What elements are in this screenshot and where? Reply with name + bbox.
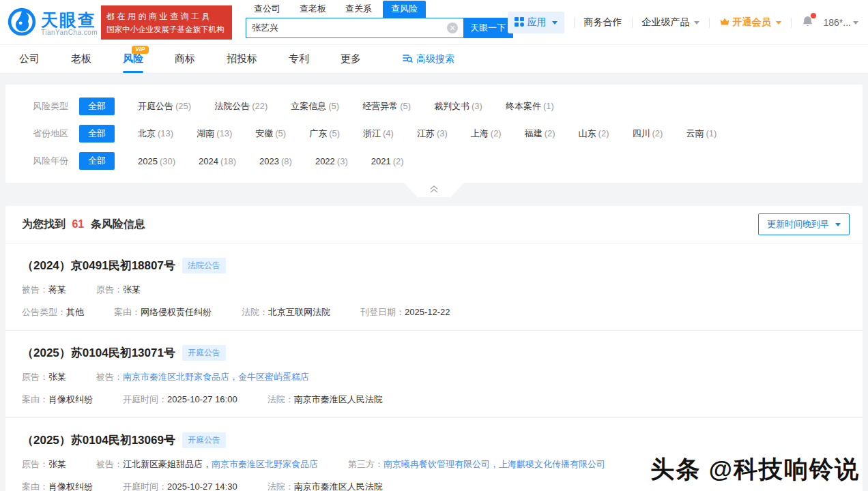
case-number-title[interactable]: （2024）京0491民初18807号	[22, 258, 175, 273]
site-header: 天眼查 TianYanCha.com 都在用的商业查询工具 国家中小企业发展子基…	[0, 0, 868, 45]
advanced-search-label: 高级搜索	[416, 53, 454, 65]
field-value: 网络侵权责任纠纷	[141, 307, 212, 317]
filter-option[interactable]: 山东(2)	[579, 128, 609, 140]
field-label: 原告：	[22, 372, 48, 382]
option-name: 2023	[259, 156, 279, 166]
filter-option[interactable]: 2022(3)	[315, 156, 348, 166]
filter-option[interactable]: 开庭公告(25)	[138, 100, 191, 113]
filter-option[interactable]: 北京(13)	[138, 128, 173, 140]
apps-grid-icon	[515, 17, 524, 29]
main-tabs: 公司老板风险VIP商标招投标专利更多	[11, 45, 384, 73]
advanced-search-button[interactable]: 高级搜索	[402, 45, 454, 73]
card-row: 原告：张某被告：南京市秦淮区北野家食品店，金牛区蜜屿蛋糕店	[22, 371, 846, 383]
field-pair: 案由：肖像权纠纷	[22, 393, 93, 406]
filter-all-chip[interactable]: 全部	[79, 125, 115, 143]
vip-membership-button[interactable]: 开通会员	[719, 16, 781, 29]
search-button[interactable]: 天眼一下	[463, 18, 512, 38]
field-value: 2025-12-22	[405, 307, 450, 317]
option-count: (25)	[175, 101, 191, 111]
case-type-badge: 法院公告	[182, 258, 226, 273]
search-tab[interactable]: 查老板	[291, 1, 334, 18]
main-tab[interactable]: 商标	[167, 45, 203, 73]
field-pair: 案由：肖像权纠纷	[22, 481, 93, 491]
filter-option[interactable]: 立案信息(5)	[291, 100, 339, 113]
filter-option[interactable]: 2025(30)	[138, 156, 175, 166]
logo-text-block: 天眼查 TianYanCha.com	[41, 11, 98, 36]
search-tab[interactable]: 查风险	[383, 1, 426, 18]
filter-option[interactable]: 湖南(13)	[197, 128, 232, 140]
filter-option[interactable]: 四川(2)	[632, 128, 663, 140]
option-count: (1)	[706, 128, 717, 138]
option-count: (18)	[220, 156, 236, 166]
main-tab[interactable]: 招投标	[218, 45, 265, 73]
search-tabs: 查公司查老板查关系查风险	[246, 3, 513, 18]
search-tab[interactable]: 查关系	[337, 1, 380, 18]
filter-option[interactable]: 江苏(3)	[417, 128, 448, 140]
field-label: 法院：	[267, 394, 294, 404]
main-tab[interactable]: 更多	[332, 45, 369, 73]
search-tab[interactable]: 查公司	[246, 1, 289, 18]
option-name: 裁判文书	[434, 101, 469, 111]
filter-row: 省份地区全部北京(13)湖南(13)安徽(5)广东(5)浙江(4)江苏(3)上海…	[33, 124, 863, 143]
nav-item-cooperation[interactable]: 商务合作	[584, 16, 622, 29]
option-count: (1)	[543, 101, 554, 111]
filter-option[interactable]: 2024(18)	[199, 156, 236, 166]
filter-option[interactable]: 法院公告(22)	[214, 100, 267, 113]
advanced-search-icon	[402, 53, 413, 65]
logo-icon	[7, 7, 37, 40]
filter-option[interactable]: 经营异常(5)	[362, 100, 411, 113]
main-tab[interactable]: 风险VIP	[115, 45, 151, 73]
promo-badge: 都在用的商业查询工具 国家中小企业发展子基金旗下机构	[101, 5, 232, 40]
sort-button[interactable]: 更新时间晚到早	[758, 213, 850, 235]
option-count: (2)	[393, 156, 404, 166]
filter-option[interactable]: 2023(8)	[259, 156, 292, 166]
search-input[interactable]	[246, 18, 447, 38]
main-tab[interactable]: 老板	[63, 45, 100, 73]
case-type-badge: 开庭公告	[182, 432, 226, 448]
option-name: 法院公告	[214, 101, 250, 111]
field-pair: 案由：网络侵权责任纠纷	[114, 306, 212, 318]
company-link[interactable]: 南京曦冉餐饮管理有限公司，上海麒稷文化传播有限公司	[384, 459, 605, 469]
tianyancha-logo[interactable]: 天眼查 TianYanCha.com	[7, 7, 98, 40]
notifications-button[interactable]	[801, 15, 814, 31]
card-row: 案由：肖像权纠纷开庭时间：2025-10-27 16:00法院：南京市秦淮区人民…	[22, 393, 846, 406]
filter-option[interactable]: 上海(2)	[471, 128, 502, 140]
option-count: (3)	[472, 101, 482, 111]
option-name: 湖南	[197, 128, 214, 138]
company-link[interactable]: 南京市秦淮区北野家食品店，金牛区蜜屿蛋糕店	[123, 372, 309, 382]
company-link[interactable]: 南京市秦淮区北野家食品店	[212, 459, 318, 469]
filter-option[interactable]: 福建(2)	[525, 128, 555, 140]
card-title-row: （2025）苏0104民初13071号开庭公告	[22, 345, 846, 361]
filter-all-chip[interactable]: 全部	[79, 98, 115, 115]
option-count: (2)	[598, 128, 609, 138]
account-button[interactable]: 186*...	[824, 17, 858, 28]
filter-option[interactable]: 裁判文书(3)	[434, 100, 482, 113]
filter-option[interactable]: 浙江(4)	[363, 128, 394, 140]
main-tab-label: 更多	[341, 53, 361, 65]
field-pair: 法院：南京市秦淮区人民法院	[267, 393, 383, 406]
case-number-title[interactable]: （2025）苏0104民初13069号	[22, 432, 175, 448]
collapse-filters-button[interactable]	[404, 183, 464, 197]
main-tabbar: 公司老板风险VIP商标招投标专利更多 高级搜索	[0, 45, 868, 74]
filter-option[interactable]: 广东(5)	[309, 128, 340, 140]
option-name: 2024	[199, 156, 218, 166]
option-count: (13)	[158, 128, 173, 138]
filter-all-chip[interactable]: 全部	[79, 152, 115, 170]
apps-label: 应用	[527, 16, 547, 29]
field-label: 原告：	[22, 459, 48, 469]
filter-option[interactable]: 终本案件(1)	[506, 100, 554, 113]
field-label: 公告类型：	[22, 307, 66, 317]
main-tab[interactable]: 专利	[280, 45, 317, 73]
clear-icon[interactable]: ✕	[447, 23, 458, 33]
filter-option[interactable]: 2021(2)	[371, 156, 404, 166]
field-value: 张某	[48, 459, 66, 469]
option-name: 浙江	[363, 128, 381, 138]
option-count: (30)	[160, 156, 175, 166]
apps-button[interactable]: 应用	[508, 12, 564, 33]
filter-option[interactable]: 云南(1)	[686, 128, 717, 140]
main-tab[interactable]: 公司	[11, 45, 48, 73]
case-number-title[interactable]: （2025）苏0104民初13071号	[22, 345, 175, 361]
nav-item-enterprise[interactable]: 企业级产品	[642, 16, 699, 29]
option-count: (5)	[275, 128, 286, 138]
filter-option[interactable]: 安徽(5)	[255, 128, 286, 140]
